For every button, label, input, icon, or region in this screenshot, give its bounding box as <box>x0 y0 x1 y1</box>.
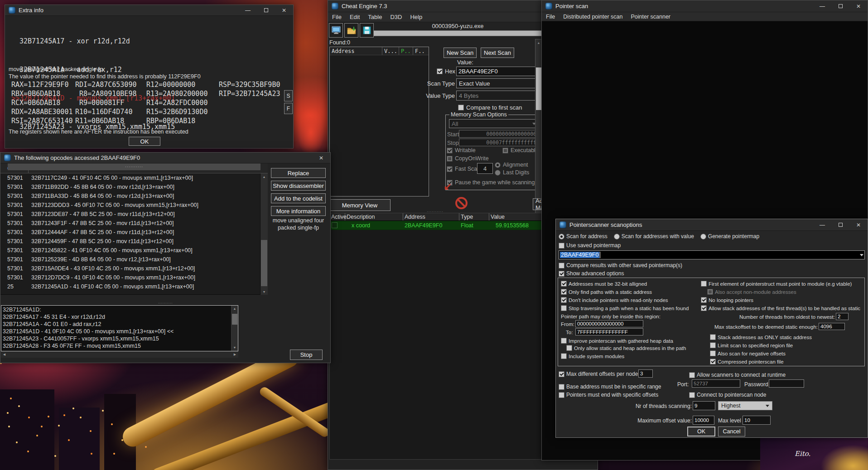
next-scan-button[interactable]: Next Scan <box>481 48 514 58</box>
scroll-up-icon[interactable]: ▲ <box>535 39 542 46</box>
close-button[interactable]: ✕ <box>312 153 330 163</box>
alignment-radio[interactable] <box>495 162 501 168</box>
region-dropdown[interactable]: All <box>449 119 539 128</box>
more-information-button[interactable]: More information <box>271 206 326 216</box>
replace-button[interactable]: Replace <box>271 168 326 178</box>
vtable-checkbox[interactable] <box>701 281 707 287</box>
menu-d3d[interactable]: D3D <box>386 12 406 22</box>
static-heap-only-checkbox[interactable] <box>566 345 572 351</box>
end-offsets-checkbox[interactable] <box>559 392 564 398</box>
stack-only-checkbox[interactable] <box>710 334 716 340</box>
allow-scanners-checkbox[interactable] <box>689 372 695 378</box>
ok-button[interactable]: OK <box>687 427 715 436</box>
generate-pointermap-radio[interactable] <box>700 234 706 240</box>
stackoffset-input[interactable]: 4096 <box>819 323 845 330</box>
save-table-button[interactable] <box>360 23 374 38</box>
no-entry-icon[interactable] <box>455 197 468 209</box>
hex-checkbox[interactable] <box>437 68 443 74</box>
add-to-codelist-button[interactable]: Add to the codelist <box>271 193 326 203</box>
heap-data-checkbox[interactable] <box>561 338 567 344</box>
static-paths-checkbox[interactable] <box>561 289 567 295</box>
scroll-up-icon[interactable]: ▲ <box>260 173 268 180</box>
scan-for-address-radio[interactable] <box>559 234 564 240</box>
no-looping-checkbox[interactable] <box>701 297 707 303</box>
memory-view-button[interactable]: Memory View <box>329 199 391 211</box>
scroll-right-icon[interactable]: ▶ <box>231 351 238 358</box>
max-offsets-checkbox[interactable] <box>559 371 564 377</box>
select-process-button[interactable] <box>329 23 343 38</box>
show-disassembler-button[interactable]: Show disassembler <box>271 181 326 191</box>
show-advanced-checkbox[interactable] <box>559 271 564 277</box>
opcode-row[interactable]: 5730132B7124459F - 47 8B 5C 25 00 - mov … <box>0 237 268 246</box>
found-address-list[interactable]: Address V... P.. F.. <box>329 47 429 197</box>
menu-edit[interactable]: Edit <box>346 12 364 22</box>
max-offset-input[interactable]: 10000 <box>693 416 714 425</box>
scanoptions-titlebar[interactable]: Pointerscanner scanoptions — ✕ <box>556 219 868 231</box>
minimize-button[interactable]: — <box>813 0 831 12</box>
active-checkbox[interactable] <box>332 222 338 228</box>
compressed-checkbox[interactable] <box>710 359 716 364</box>
scrollbar-thumb[interactable] <box>536 67 541 110</box>
opcode-row[interactable]: 5730132B7123DDD3 - 45 0F10 7C 05 00 - mo… <box>0 201 268 210</box>
compare-first-scan-checkbox[interactable] <box>458 105 464 110</box>
scroll-down-icon[interactable]: ▼ <box>231 345 238 351</box>
menu-distributed-pointer-scan[interactable]: Distributed pointer scan <box>559 12 627 21</box>
stop-button[interactable]: Stop <box>290 350 323 360</box>
scan-value-input[interactable]: 2BAAF49E2F0 <box>456 67 542 76</box>
scroll-up-icon[interactable]: ▲ <box>231 306 238 312</box>
connect-node-checkbox[interactable] <box>689 392 695 398</box>
scrollbar-thumb[interactable] <box>232 314 237 325</box>
opcode-row[interactable]: 5730132B711BA33D - 45 8B 64 05 00 - mov … <box>0 192 268 201</box>
system-modules-checkbox[interactable] <box>561 353 567 359</box>
start-input[interactable]: 0000000000000000 <box>459 130 539 138</box>
copyonwrite-checkbox[interactable] <box>447 156 453 162</box>
undo-scan-arrow-icon[interactable]: ↙ <box>444 182 452 192</box>
opcode-row[interactable]: 5730132B7125239E - 4D 8B 64 05 00 - mov … <box>0 255 268 264</box>
new-scan-button[interactable]: New Scan <box>444 48 477 58</box>
menu-file[interactable]: File <box>328 12 346 22</box>
panel-splitter[interactable]: ∙∙∙∙∙∙∙∙∙∙ <box>0 302 330 305</box>
opcode-row[interactable]: 5730132B711B92DD - 45 8B 64 05 00 - mov … <box>0 182 268 192</box>
opcode-row[interactable]: 5730132B715A0DE4 - 43 0F10 4C 25 00 - mo… <box>0 264 268 273</box>
open-file-button[interactable] <box>344 23 358 38</box>
opcode-list[interactable]: Count Instruction 5730132B7117C249 - 41 … <box>0 163 268 295</box>
limit-region-checkbox[interactable] <box>710 342 716 348</box>
cancel-button[interactable]: Cancel <box>718 427 745 436</box>
maximize-button[interactable] <box>257 5 275 15</box>
stack-static-checkbox[interactable] <box>701 305 707 311</box>
extra-info-titlebar[interactable]: Extra info — ✕ <box>5 5 293 16</box>
executable-checkbox[interactable] <box>502 148 508 153</box>
fast-scan-alignment-input[interactable]: 4 <box>477 163 493 174</box>
maximize-button[interactable] <box>831 219 849 230</box>
scan-for-value-radio[interactable] <box>614 234 620 240</box>
stack-view-button[interactable]: S <box>284 90 293 101</box>
aligned-checkbox[interactable] <box>561 281 567 287</box>
priority-dropdown[interactable]: Highest <box>718 401 772 410</box>
menu-pointer-scanner[interactable]: Pointer scanner <box>627 12 675 21</box>
minimize-button[interactable]: — <box>813 219 831 230</box>
hscrollbar-track[interactable]: ·········· <box>8 163 260 170</box>
address-combobox[interactable]: 2BAAF49E9F0 <box>559 250 865 259</box>
close-button[interactable]: ✕ <box>275 5 293 15</box>
writable-checkbox[interactable] <box>447 148 453 153</box>
negative-offsets-checkbox[interactable] <box>710 350 716 356</box>
menu-help[interactable]: Help <box>406 12 426 22</box>
pointer-scan-titlebar[interactable]: Pointer scan — ✕ <box>542 0 868 12</box>
no-readonly-checkbox[interactable] <box>561 297 567 303</box>
minimize-button[interactable]: — <box>239 5 257 15</box>
float-view-button[interactable]: F <box>284 103 293 114</box>
threads-oldest-input[interactable]: 2 <box>836 313 849 320</box>
maximize-button[interactable] <box>831 0 849 12</box>
menu-file[interactable]: File <box>542 12 559 21</box>
detail-hscrollbar[interactable]: ◀ ▶ <box>1 351 238 358</box>
opcode-row[interactable]: 5730132B71245822 - 41 0F10 4C 05 00 - mo… <box>0 246 268 255</box>
opcode-row[interactable]: 5730132B71243F1F - 47 8B 5C 25 00 - mov … <box>0 219 268 228</box>
max-level-input[interactable]: 10 <box>743 416 771 425</box>
max-offsets-input[interactable]: 3 <box>638 369 653 378</box>
ok-button[interactable]: OK <box>129 137 160 146</box>
opcode-row[interactable]: 5730132B712444AF - 47 8B 5C 25 00 - mov … <box>0 228 268 237</box>
detail-scrollbar[interactable]: ▲ ▼ <box>231 306 238 351</box>
non-module-checkbox[interactable] <box>707 289 713 295</box>
opcode-row[interactable]: 5730132B7123DE87 - 47 8B 5C 25 00 - mov … <box>0 210 268 219</box>
port-input[interactable]: 52737 <box>692 379 740 388</box>
